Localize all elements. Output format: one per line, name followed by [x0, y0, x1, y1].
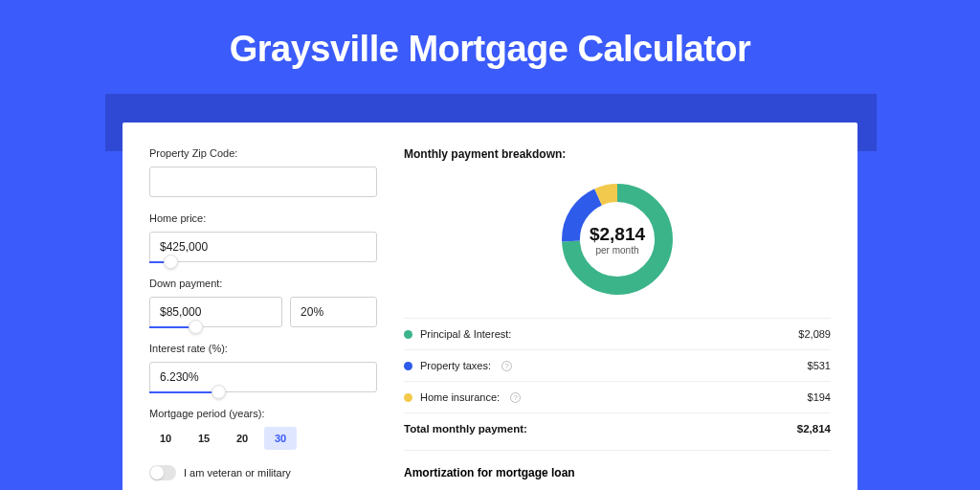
legend-value: $531	[808, 360, 831, 371]
legend-label: Principal & Interest:	[420, 328, 511, 340]
info-icon[interactable]: ?	[501, 361, 512, 371]
total-label: Total monthly payment:	[404, 423, 527, 434]
legend-label: Property taxes:	[420, 360, 491, 371]
breakdown-title: Monthly payment breakdown:	[404, 147, 831, 161]
donut-per-label: per month	[595, 245, 638, 256]
total-row: Total monthly payment: $2,814	[404, 412, 831, 444]
period-label: Mortgage period (years):	[149, 408, 377, 419]
period-group: Mortgage period (years): 10 15 20 30	[149, 408, 377, 450]
down-payment-label: Down payment:	[149, 278, 377, 289]
dot-icon	[404, 362, 412, 370]
period-options: 10 15 20 30	[149, 427, 377, 450]
slider-thumb[interactable]	[212, 385, 226, 399]
legend-insurance: Home insurance: ? $194	[404, 381, 831, 412]
legend-value: $2,089	[798, 328, 831, 340]
page-title: Graysville Mortgage Calculator	[0, 0, 980, 87]
down-payment-group: Down payment:	[149, 278, 377, 327]
donut-wrap: $2,814 per month	[404, 170, 831, 318]
donut-chart: $2,814 per month	[556, 178, 679, 301]
legend-principal: Principal & Interest: $2,089	[404, 318, 831, 349]
period-20-button[interactable]: 20	[226, 427, 258, 450]
period-10-button[interactable]: 10	[149, 427, 182, 450]
dot-icon	[404, 393, 412, 402]
amortization-section: Amortization for mortgage loan Amortizat…	[404, 450, 831, 490]
amortization-title: Amortization for mortgage loan	[404, 466, 831, 479]
legend-label: Home insurance:	[420, 391, 500, 403]
breakdown-column: Monthly payment breakdown: $2,814 per mo…	[404, 147, 831, 490]
veteran-label: I am veteran or military	[184, 467, 291, 479]
period-30-button[interactable]: 30	[264, 427, 297, 450]
interest-rate-group: Interest rate (%):	[149, 343, 377, 392]
period-15-button[interactable]: 15	[188, 427, 220, 450]
info-icon[interactable]: ?	[510, 392, 521, 403]
veteran-toggle[interactable]	[149, 465, 176, 480]
home-price-label: Home price:	[149, 212, 377, 224]
zip-input[interactable]	[149, 167, 377, 197]
home-price-group: Home price:	[149, 212, 377, 262]
down-payment-amount-input[interactable]	[149, 297, 282, 327]
donut-center: $2,814 per month	[556, 178, 679, 301]
dot-icon	[404, 330, 412, 339]
zip-group: Property Zip Code:	[149, 147, 377, 197]
total-value: $2,814	[797, 423, 831, 434]
slider-thumb[interactable]	[189, 320, 203, 334]
donut-amount: $2,814	[590, 224, 645, 245]
home-price-input[interactable]	[149, 232, 377, 262]
legend-value: $194	[808, 391, 831, 403]
zip-label: Property Zip Code:	[149, 147, 377, 159]
veteran-row: I am veteran or military	[149, 465, 377, 480]
calculator-card: Property Zip Code: Home price: Down paym…	[122, 122, 858, 490]
legend-taxes: Property taxes: ? $531	[404, 349, 831, 381]
down-payment-percent-input[interactable]	[290, 297, 377, 327]
slider-thumb[interactable]	[164, 255, 178, 269]
interest-rate-input[interactable]	[149, 362, 377, 392]
form-column: Property Zip Code: Home price: Down paym…	[149, 147, 377, 490]
interest-rate-label: Interest rate (%):	[149, 343, 377, 354]
